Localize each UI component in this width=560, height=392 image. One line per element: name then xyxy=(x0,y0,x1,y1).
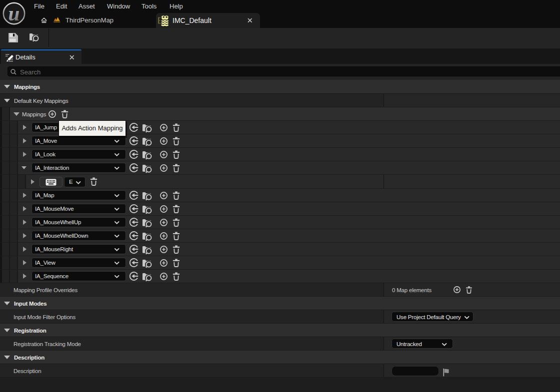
svg-text:u: u xyxy=(8,2,20,25)
